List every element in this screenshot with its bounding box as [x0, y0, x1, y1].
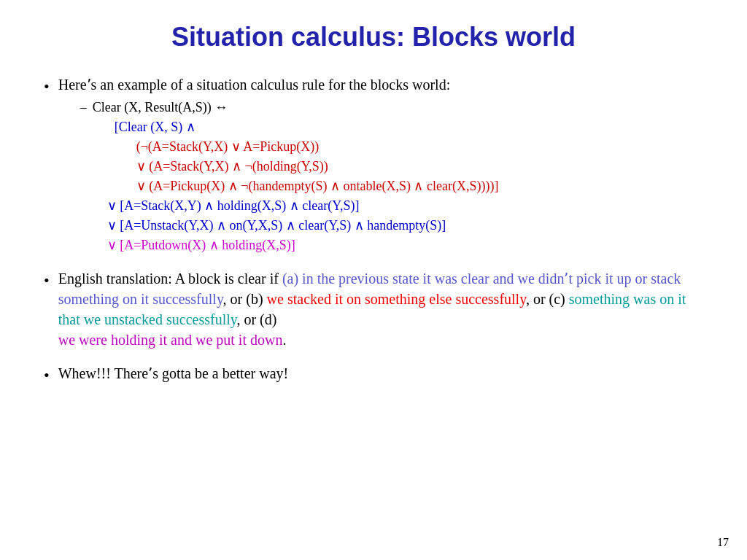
- bullet-item-2: • English translation: A block is clear …: [44, 268, 703, 350]
- formula-red1: (¬(A=Stack(Y,X) ∨ A=Pickup(X)): [136, 139, 320, 154]
- formula-blue3: ∨ [A=Unstack(Y,X) ∧ on(Y,X,S) ∧ clear(Y,…: [107, 218, 446, 233]
- dash-item: – Clear (X, Result(A,S)) ↔ [Clear (X, S)…: [80, 98, 703, 255]
- bullet-item-1: • Hereʼs an example of a situation calcu…: [44, 74, 703, 255]
- formula-magenta1: ∨ [A=Putdown(X) ∧ holding(X,S)]: [107, 238, 295, 252]
- formula-line1: [Clear (X, S) ∧: [93, 117, 499, 137]
- slide: Situation calculus: Blocks world • Hereʼ…: [0, 0, 747, 560]
- english-or-c: , or (c): [526, 291, 569, 307]
- bullet-content-2: English translation: A block is clear if…: [58, 268, 703, 350]
- formula-intro: Clear (X, Result(A,S)) ↔: [93, 100, 228, 114]
- english-intro: English translation: A block is clear if: [58, 271, 282, 287]
- slide-title: Situation calculus: Blocks world: [44, 22, 703, 52]
- formula-line2: (¬(A=Stack(Y,X) ∨ A=Pickup(X)): [93, 137, 499, 157]
- or-line1: ∨ [A=Stack(X,Y) ∧ holding(X,S) ∧ clear(Y…: [93, 196, 499, 216]
- formula-blue1: [Clear (X, S) ∧: [115, 120, 196, 134]
- dash-content: Clear (X, Result(A,S)) ↔ [Clear (X, S) ∧…: [93, 98, 499, 255]
- bullet-icon-3: •: [44, 365, 50, 387]
- or-line3: ∨ [A=Putdown(X) ∧ holding(X,S)]: [93, 236, 499, 255]
- bullet1-text: Hereʼs an example of a situation calculu…: [58, 77, 451, 93]
- formula-block: – Clear (X, Result(A,S)) ↔ [Clear (X, S)…: [73, 98, 703, 255]
- dash-icon: –: [80, 98, 87, 117]
- formula-line3: ∨ (A=Stack(Y,X) ∧ ¬(holding(Y,S)): [93, 157, 499, 176]
- english-or-b: , or (b): [223, 291, 267, 307]
- content-area: • Hereʼs an example of a situation calcu…: [44, 74, 703, 387]
- formula-blue2: ∨ [A=Stack(X,Y) ∧ holding(X,S) ∧ clear(Y…: [107, 198, 360, 213]
- formula-red3: ∨ (A=Pickup(X) ∧ ¬(handempty(S) ∧ ontabl…: [136, 179, 499, 193]
- english-part-b: we stacked it on something else successf…: [267, 291, 526, 307]
- bullet-content-3: Whew!!! Thereʼs gotta be a better way!: [58, 363, 703, 384]
- formula-red2: ∨ (A=Stack(Y,X) ∧ ¬(holding(Y,S)): [136, 159, 328, 174]
- slide-number: 17: [717, 536, 729, 549]
- bullet-item-3: • Whew!!! Thereʼs gotta be a better way!: [44, 363, 703, 387]
- formula-line4: ∨ (A=Pickup(X) ∧ ¬(handempty(S) ∧ ontabl…: [93, 176, 499, 196]
- bullet-icon-2: •: [44, 270, 50, 292]
- english-part-d: we were holding it and we put it down: [58, 332, 283, 348]
- bullet-content-1: Hereʼs an example of a situation calculu…: [58, 74, 703, 255]
- bullet-icon-1: •: [44, 76, 50, 98]
- english-or-d: , or (d): [236, 311, 276, 327]
- or-line2: ∨ [A=Unstack(Y,X) ∧ on(Y,X,S) ∧ clear(Y,…: [93, 216, 499, 236]
- bullet3-text: Whew!!! Thereʼs gotta be a better way!: [58, 365, 288, 381]
- english-period: .: [282, 332, 286, 348]
